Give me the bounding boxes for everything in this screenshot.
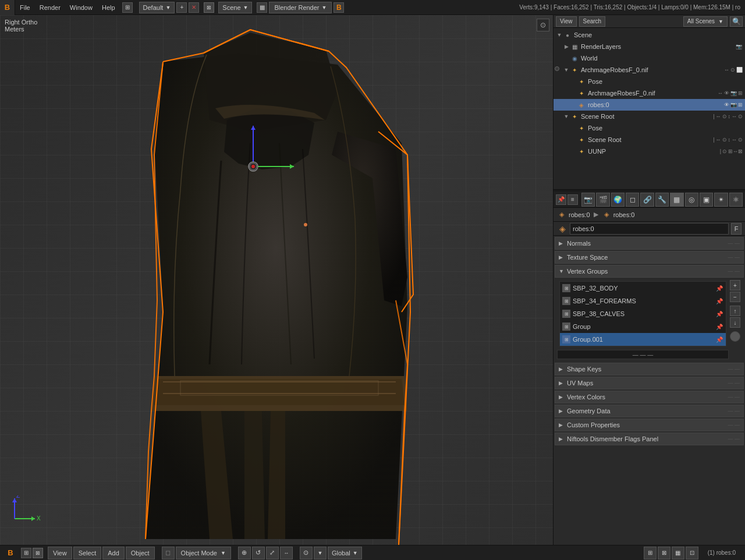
outliner-item-sceneroot2[interactable]: ▶ ✦ Scene Root | ↔ ⊙ ↕ ↔ ⊙: [554, 134, 745, 146]
translate-tool[interactable]: ⊕: [238, 547, 251, 559]
tab-constraints[interactable]: 🔗: [640, 193, 654, 207]
screen-layout-icon[interactable]: ⊞: [122, 2, 133, 13]
vg-pin-sbp34[interactable]: 📌: [715, 297, 723, 305]
outliner-item-pose[interactable]: ▶ ✦ Pose: [554, 76, 745, 87]
action1[interactable]: ↔: [724, 67, 729, 73]
vg-pin-sbp32[interactable]: 📌: [715, 284, 723, 292]
outliner-search-btn[interactable]: Search: [579, 16, 606, 27]
status-menu-add[interactable]: Add: [102, 547, 125, 559]
tab-scene[interactable]: 🎬: [596, 193, 609, 207]
vg-remove-btn[interactable]: −: [730, 292, 740, 302]
sr-action5[interactable]: ⊙: [738, 114, 743, 119]
status-menu-select[interactable]: Select: [73, 547, 102, 559]
add-screen-icon[interactable]: +: [176, 2, 187, 13]
sr-link[interactable]: |: [713, 114, 714, 119]
eye2-icon[interactable]: 👁: [724, 90, 729, 96]
status-view-icon[interactable]: ⊠: [33, 548, 43, 558]
sr-action2[interactable]: ⊙: [722, 114, 727, 119]
render-engine-selector[interactable]: Blender Render ▼: [269, 2, 332, 13]
tab-modifier[interactable]: 🔧: [655, 193, 669, 207]
visibility-icon[interactable]: 👁: [724, 102, 729, 108]
vg-lock-btn[interactable]: [730, 331, 740, 342]
sr2-a5[interactable]: ⊙: [738, 137, 743, 143]
props-f-btn[interactable]: F: [731, 223, 742, 235]
section-vcolors-header[interactable]: ▶ Vertex Colors — —: [555, 391, 744, 403]
outliner-item-sceneroot[interactable]: ▼ ✦ Scene Root | ↔ ⊙ ↕ ↔ ⊙: [554, 111, 745, 122]
menu-file[interactable]: File: [15, 0, 35, 15]
outliner-item-pose2[interactable]: ▶ ✦ Pose: [554, 122, 745, 134]
outliner-item-archmage-nif[interactable]: ▼ ✦ ArchmageRobesF_0.nif ↔ ⊙ ⬜: [554, 64, 745, 76]
vg-pin-group001[interactable]: 📌: [715, 335, 723, 343]
mode-icon[interactable]: ◻: [162, 547, 175, 559]
outliner-item-world[interactable]: ▶ ◉ World: [554, 52, 745, 64]
menu-window[interactable]: Window: [65, 0, 97, 15]
outliner-item-uunp[interactable]: ▶ ✦ UUNP | ⊙ ⊞ ↔ ⊠: [554, 146, 745, 157]
transform-tool[interactable]: ↔: [280, 547, 293, 559]
vg-pin-group[interactable]: 📌: [715, 322, 723, 331]
vg-item-group[interactable]: ⊞ Group 📌: [560, 320, 726, 333]
section-custom-header[interactable]: ▶ Custom Properties — —: [555, 419, 744, 431]
menu-render[interactable]: Render: [35, 0, 65, 15]
section-niftools-header[interactable]: ▶ Niftools Dismember Flags Panel — —: [555, 433, 744, 445]
vg-down-btn[interactable]: ↓: [730, 317, 740, 328]
props-pin-icon[interactable]: 📌: [556, 194, 566, 205]
tab-world[interactable]: 🌍: [611, 193, 625, 207]
global-selector[interactable]: Global ▼: [328, 547, 362, 559]
render-icon[interactable]: 📷: [730, 90, 737, 96]
pivot-btn[interactable]: ⊙: [300, 547, 313, 559]
status-menu-object[interactable]: Object: [126, 547, 155, 559]
section-normals-header[interactable]: ▶ Normals — —: [555, 237, 744, 250]
tool3[interactable]: ▦: [672, 547, 684, 559]
section-geodata-header[interactable]: ▶ Geometry Data — —: [555, 405, 744, 417]
viewport-maximize-btn[interactable]: ⊙: [537, 19, 549, 31]
sr-action4[interactable]: ↔: [732, 114, 737, 119]
render2-icon[interactable]: 📷: [730, 102, 737, 108]
delete-screen-icon[interactable]: ✕: [189, 2, 199, 13]
vg-item-sbp34[interactable]: ⊞ SBP_34_FOREARMS 📌: [560, 295, 726, 307]
tab-particles[interactable]: ✴: [714, 193, 728, 207]
outliner-item-robes[interactable]: ▶ ◈ robes:0 👁 📷 ⊞: [554, 99, 745, 111]
rotate-tool[interactable]: ↺: [252, 547, 265, 559]
uunp-a2[interactable]: ⊞: [728, 148, 733, 154]
renderlayers-btn1[interactable]: 📷: [735, 42, 743, 51]
props-name-input[interactable]: [570, 223, 729, 235]
menu-help[interactable]: Help: [97, 0, 120, 15]
sr-action3[interactable]: ↕: [728, 114, 731, 119]
vg-item-sbp38[interactable]: ⊞ SBP_38_CALVES 📌: [560, 307, 726, 320]
group-icon[interactable]: ⊞: [738, 90, 743, 96]
sr-action1[interactable]: ↔: [716, 114, 721, 119]
section-uvmaps-header[interactable]: ▶ UV Maps — —: [555, 377, 744, 389]
tab-render[interactable]: 📷: [581, 193, 595, 207]
sr2-a2[interactable]: ⊙: [722, 137, 727, 143]
status-menu-view[interactable]: View: [48, 547, 72, 559]
sr2-a4[interactable]: ↔: [732, 137, 737, 143]
uunp-a1[interactable]: ⊙: [722, 148, 727, 154]
tab-texture[interactable]: ▣: [700, 193, 713, 207]
sr2-a1[interactable]: ↔: [716, 137, 721, 143]
vg-item-sbp32[interactable]: ⊞ SBP_32_BODY 📌: [560, 282, 726, 295]
section-texture-header[interactable]: ▶ Texture Space — —: [555, 251, 744, 264]
tab-data[interactable]: ▦: [670, 193, 683, 207]
section-vg-header[interactable]: ▼ Vertex Groups — —: [555, 265, 744, 278]
tool2[interactable]: ⊠: [658, 547, 670, 559]
tab-object[interactable]: ◻: [626, 193, 639, 207]
props-menu-icon[interactable]: ≡: [567, 194, 578, 205]
tab-physics[interactable]: ⚛: [729, 193, 743, 207]
tool1[interactable]: ⊞: [644, 547, 657, 559]
scenes-dropdown[interactable]: All Scenes ▼: [683, 16, 728, 27]
sr2-a3[interactable]: ↕: [728, 137, 731, 143]
outliner-item-scene[interactable]: ▼ ● Scene: [554, 29, 745, 41]
section-shapekeys-header[interactable]: ▶ Shape Keys — —: [555, 363, 744, 375]
outliner-view-btn[interactable]: View: [556, 16, 577, 27]
scale-tool[interactable]: ⤢: [266, 547, 279, 559]
vg-add-btn[interactable]: +: [730, 280, 740, 290]
mode-selector[interactable]: Object Mode ▼: [176, 547, 231, 559]
outliner-search-icon[interactable]: 🔍: [730, 16, 743, 27]
vg-up-btn[interactable]: ↑: [730, 306, 740, 316]
outliner-item-archmage-nif2[interactable]: ▶ ✦ ArchmageRobesF_0.nif ↔ 👁 📷 ⊞: [554, 87, 745, 99]
scene-selector[interactable]: Scene ▼: [218, 2, 252, 13]
status-layout-icon[interactable]: ⊞: [21, 548, 31, 558]
outliner-item-renderlayers[interactable]: ▶ ▦ RenderLayers 📷: [554, 41, 745, 52]
link-icon[interactable]: ↔: [718, 90, 723, 96]
tool4[interactable]: ⊡: [686, 547, 698, 559]
